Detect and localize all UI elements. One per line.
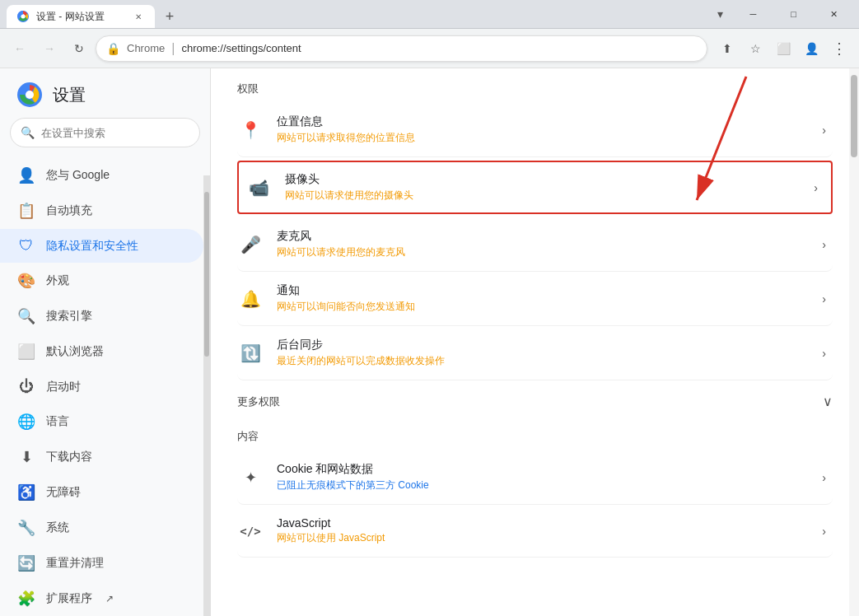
sidebar-item-label-download: 下载内容 <box>46 450 92 464</box>
row-title-camera: 摄像头 <box>285 172 801 187</box>
active-tab[interactable]: 设置 - 网站设置 ✕ <box>7 5 155 28</box>
sidebar-search[interactable]: 🔍 <box>10 118 200 147</box>
back-button[interactable]: ← <box>7 35 33 62</box>
microphone-icon: 🎤 <box>237 235 264 254</box>
sidebar-scrollbar[interactable] <box>203 175 210 616</box>
settings-row-notification[interactable]: 🔔 通知 网站可以询问能否向您发送通知 › <box>237 272 833 326</box>
content-section-header: 内容 <box>237 416 833 450</box>
sidebar-item-label-appearance: 外观 <box>46 273 69 288</box>
main-layout: 设置 🔍 👤 您与 Google 📋 自动填充 🛡 隐私设置和安全性 🎨 外观 <box>0 68 859 616</box>
sidebar-item-google[interactable]: 👤 您与 Google <box>0 158 203 193</box>
sidebar-item-browser[interactable]: ⬜ 默认浏览器 <box>0 334 203 369</box>
startup-icon: ⏻ <box>16 378 36 395</box>
forward-button[interactable]: → <box>36 35 63 62</box>
chevron-right-icon-camera: › <box>814 181 824 194</box>
notification-icon: 🔔 <box>237 289 264 309</box>
close-button[interactable]: ✕ <box>815 0 852 29</box>
tab-close-button[interactable]: ✕ <box>132 10 145 23</box>
sidebar-item-label-browser: 默认浏览器 <box>46 344 104 359</box>
sidebar-item-label-privacy: 隐私设置和安全性 <box>46 239 138 254</box>
chrome-logo <box>16 82 43 108</box>
extensions-icon: 🧩 <box>16 590 36 608</box>
profile-button[interactable]: 👤 <box>798 35 824 62</box>
sidebar-item-system[interactable]: 🔧 系统 <box>0 511 203 545</box>
download-icon: ⬇ <box>16 448 36 466</box>
row-text-microphone: 麦克风 网站可以请求使用您的麦克风 <box>277 229 809 259</box>
split-screen-button[interactable]: ⬜ <box>770 35 796 62</box>
row-title-notification: 通知 <box>277 283 809 298</box>
menu-button[interactable]: ⋮ <box>826 35 852 62</box>
sidebar-item-label-startup: 启动时 <box>46 380 81 394</box>
settings-row-microphone[interactable]: 🎤 麦克风 网站可以请求使用您的麦克风 › <box>237 217 833 272</box>
sidebar: 设置 🔍 👤 您与 Google 📋 自动填充 🛡 隐私设置和安全性 🎨 外观 <box>0 68 211 616</box>
tab-title: 设置 - 网站设置 <box>36 10 125 24</box>
sidebar-item-search[interactable]: 🔍 搜索引擎 <box>0 299 203 334</box>
permissions-header: 权限 <box>237 68 833 103</box>
sidebar-item-reset[interactable]: 🔄 重置并清理 <box>0 546 203 581</box>
titlebar: 设置 - 网站设置 ✕ + ▾ ─ □ ✕ <box>0 0 859 29</box>
accessibility-icon: ♿ <box>16 483 36 502</box>
search-engine-icon: 🔍 <box>16 307 36 325</box>
settings-row-cookies[interactable]: ✦ Cookie 和网站数据 已阻止无痕模式下的第三方 Cookie › <box>237 450 833 505</box>
settings-row-location[interactable]: 📍 位置信息 网站可以请求取得您的位置信息 › <box>237 103 833 157</box>
sidebar-item-label-accessibility: 无障碍 <box>46 485 81 500</box>
sidebar-item-language[interactable]: 🌐 语言 <box>0 404 203 439</box>
camera-icon: 📹 <box>245 178 272 198</box>
row-text-location: 位置信息 网站可以请求取得您的位置信息 <box>277 114 809 145</box>
sidebar-header: 设置 <box>0 68 210 114</box>
settings-row-javascript[interactable]: </> JavaScript 网站可以使用 JavaScript › <box>237 505 833 558</box>
row-title-microphone: 麦克风 <box>277 229 809 244</box>
sidebar-item-autofill[interactable]: 📋 自动填充 <box>0 194 203 228</box>
svg-point-2 <box>21 15 26 19</box>
sidebar-item-privacy[interactable]: 🛡 隐私设置和安全性 <box>0 229 203 263</box>
content-scrollbar[interactable] <box>849 68 859 616</box>
settings-row-camera[interactable]: 📹 摄像头 网站可以请求使用您的摄像头 › <box>237 161 833 214</box>
refresh-button[interactable]: ↻ <box>66 35 92 62</box>
row-text-javascript: JavaScript 网站可以使用 JavaScript <box>277 516 809 545</box>
address-actions: ⬆ ☆ ⬜ 👤 ⋮ <box>714 35 852 62</box>
address-box[interactable]: 🔒 Chrome | chrome://settings/content <box>96 35 707 62</box>
row-subtitle-camera: 网站可以请求使用您的摄像头 <box>285 189 801 203</box>
sidebar-item-extensions[interactable]: 🧩 扩展程序 ↗ <box>0 581 203 616</box>
tab-list-button[interactable]: ▾ <box>708 2 731 26</box>
tab-area: 设置 - 网站设置 ✕ + <box>7 0 708 28</box>
sidebar-item-accessibility[interactable]: ♿ 无障碍 <box>0 475 203 510</box>
system-icon: 🔧 <box>16 519 36 537</box>
bookmark-button[interactable]: ☆ <box>742 35 768 62</box>
sidebar-item-label-reset: 重置并清理 <box>46 556 104 571</box>
browser-icon: ⬜ <box>16 343 36 361</box>
sidebar-item-label-autofill: 自动填充 <box>46 203 92 218</box>
row-title-bg-sync: 后台同步 <box>277 338 809 352</box>
share-button[interactable]: ⬆ <box>714 35 740 62</box>
row-subtitle-bg-sync: 最近关闭的网站可以完成数据收发操作 <box>277 354 809 368</box>
search-input[interactable] <box>41 127 189 139</box>
minimize-button[interactable]: ─ <box>735 0 772 29</box>
javascript-icon: </> <box>237 525 264 538</box>
chevron-right-icon-javascript: › <box>822 525 833 538</box>
new-tab-button[interactable]: + <box>158 5 181 28</box>
chevron-right-icon-notification: › <box>822 292 833 306</box>
chevron-down-icon-more: ∨ <box>823 394 833 409</box>
sidebar-item-label-google: 您与 Google <box>46 168 110 183</box>
maximize-button[interactable]: □ <box>775 0 812 29</box>
row-title-location: 位置信息 <box>277 114 809 129</box>
window-controls: ─ □ ✕ <box>735 0 852 29</box>
cookies-icon: ✦ <box>237 469 264 487</box>
search-icon: 🔍 <box>21 126 35 139</box>
sidebar-item-label-extensions: 扩展程序 <box>46 591 92 606</box>
content-scrollbar-thumb <box>851 75 857 157</box>
addressbar: ← → ↻ 🔒 Chrome | chrome://settings/conte… <box>0 29 859 68</box>
sidebar-item-appearance[interactable]: 🎨 外观 <box>0 264 203 298</box>
sidebar-item-download[interactable]: ⬇ 下载内容 <box>0 440 203 474</box>
svg-point-4 <box>26 91 34 99</box>
settings-row-bg-sync[interactable]: 🔃 后台同步 最近关闭的网站可以完成数据收发操作 › <box>237 326 833 380</box>
sidebar-item-label-system: 系统 <box>46 520 69 535</box>
external-link-icon: ↗ <box>105 593 114 604</box>
appearance-icon: 🎨 <box>16 272 36 290</box>
sidebar-item-startup[interactable]: ⏻ 启动时 <box>0 370 203 404</box>
reset-icon: 🔄 <box>16 554 36 572</box>
row-subtitle-notification: 网站可以询问能否向您发送通知 <box>277 300 809 314</box>
more-permissions-header[interactable]: 更多权限 ∨ <box>237 380 833 416</box>
row-text-bg-sync: 后台同步 最近关闭的网站可以完成数据收发操作 <box>277 338 809 368</box>
google-icon: 👤 <box>16 166 36 184</box>
